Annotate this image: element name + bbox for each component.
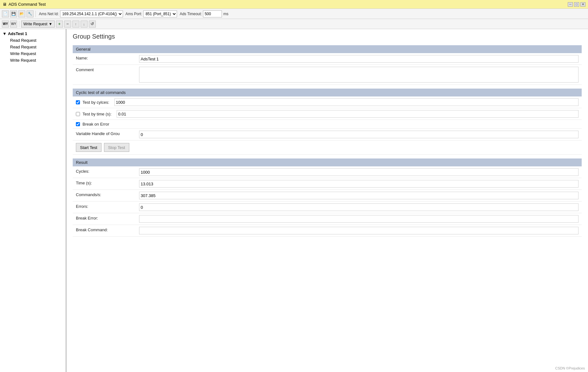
watermark: CSDN ©Prejudices	[555, 366, 585, 370]
time-result-input[interactable]	[139, 180, 579, 188]
name-label: Name:	[76, 55, 139, 60]
icon2[interactable]: WY	[10, 21, 17, 28]
secondary-toolbar: WY WY Write Request ▼ + − ↑ ↓ ↺	[0, 19, 588, 29]
add-button[interactable]: +	[56, 21, 63, 28]
general-section: General Name: Comment	[73, 45, 582, 85]
break-error-result-label: Break Error:	[76, 215, 139, 220]
main-toolbar: 📄 💾 📂 🔧 Ams Net Id: 169.254.254.142.1.1 …	[0, 9, 588, 19]
tree-item-read-request-2[interactable]: Read Request	[8, 44, 66, 50]
cycles-result-input[interactable]	[139, 168, 579, 176]
separator2	[19, 21, 19, 27]
undo-button[interactable]: ↺	[89, 21, 96, 28]
stop-test-button[interactable]: Stop Test	[104, 143, 129, 152]
errors-result-input[interactable]	[139, 203, 579, 211]
config-icon[interactable]: 🔧	[27, 10, 34, 17]
tree-item-write-request-2[interactable]: Write Request	[8, 57, 66, 64]
comment-label: Comment	[76, 67, 139, 72]
break-command-result-row: Break Command:	[73, 225, 582, 237]
main-container: ▼ AdsTest 1 Read Request Read Request Wr…	[0, 29, 588, 372]
dropdown-arrow-icon: ▼	[49, 22, 52, 26]
cycles-result-row: Cycles:	[73, 166, 582, 178]
minimize-button[interactable]: ─	[568, 2, 573, 7]
separator	[35, 11, 36, 17]
test-by-cycles-row: Test by cylces:	[73, 96, 582, 108]
break-on-error-label: Break on Error	[83, 122, 109, 127]
cycles-result-label: Cycles:	[76, 168, 139, 174]
ads-timeout-label: Ads Timeout:	[180, 12, 202, 16]
title-bar: 🖥 ADS Command Test ─ □ ✕	[0, 0, 588, 9]
test-by-time-row: Test by time (s):	[73, 108, 582, 120]
maximize-button[interactable]: □	[574, 2, 579, 7]
right-panel: Group Settings General Name: Comment Cyc…	[66, 29, 588, 372]
tree-children: Read Request Read Request Write Request …	[0, 37, 66, 64]
break-error-result-row: Break Error:	[73, 213, 582, 225]
move-down-button[interactable]: ↓	[81, 21, 88, 28]
tree-root-label: AdsTest 1	[8, 31, 27, 36]
ms-label: ms	[223, 12, 228, 16]
ads-timeout-input[interactable]	[203, 10, 222, 17]
comment-row: Comment	[73, 65, 582, 85]
variable-handle-row: Variable Handle of Grou	[73, 129, 582, 140]
name-row: Name:	[73, 53, 582, 65]
cyclic-section-header: Cyclic test of all commands	[73, 89, 582, 96]
name-input[interactable]	[139, 55, 579, 63]
result-section-header: Result	[73, 158, 582, 166]
cyclic-section: Cyclic test of all commands Test by cylc…	[73, 89, 582, 155]
errors-result-label: Errors:	[76, 203, 139, 209]
start-test-button[interactable]: Start Test	[76, 143, 101, 152]
open-icon[interactable]: 📂	[18, 10, 25, 17]
test-by-time-checkbox[interactable]	[76, 112, 80, 116]
move-up-button[interactable]: ↑	[72, 21, 79, 28]
app-icon: 🖥	[3, 2, 7, 7]
test-by-time-label: Test by time (s):	[83, 112, 112, 116]
icon1[interactable]: WY	[2, 21, 9, 28]
save-icon[interactable]: 💾	[10, 10, 17, 17]
time-result-label: Time (s):	[76, 180, 139, 185]
remove-button[interactable]: −	[64, 21, 71, 28]
tree-item-write-request-1[interactable]: Write Request	[8, 50, 66, 57]
tree-item-read-request-1[interactable]: Read Request	[8, 37, 66, 44]
break-on-error-row: Break on Error	[73, 120, 582, 129]
break-command-result-input[interactable]	[139, 227, 579, 234]
break-command-result-label: Break Command:	[76, 227, 139, 232]
new-icon[interactable]: 📄	[2, 10, 9, 17]
general-section-header: General	[73, 45, 582, 53]
app-title: ADS Command Test	[9, 2, 46, 7]
write-request-dropdown[interactable]: Write Request ▼	[21, 21, 55, 28]
test-by-cycles-checkbox[interactable]	[76, 100, 80, 104]
comment-textarea[interactable]	[139, 67, 579, 83]
commands-result-input[interactable]	[139, 192, 579, 199]
variable-handle-input[interactable]	[139, 131, 579, 138]
ams-net-id-label: Ams Net Id:	[39, 12, 59, 16]
break-on-error-checkbox[interactable]	[76, 122, 80, 126]
page-title: Group Settings	[73, 33, 582, 40]
dropdown-label: Write Request	[23, 22, 47, 26]
left-panel: ▼ AdsTest 1 Read Request Read Request Wr…	[0, 29, 66, 372]
tree-item-label: Write Request	[10, 51, 36, 56]
result-section: Result Cycles: Time (s): Commands/s: Err…	[73, 158, 582, 237]
time-result-row: Time (s):	[73, 178, 582, 190]
ams-port-label: Ams Port:	[126, 12, 142, 16]
break-error-result-input[interactable]	[139, 215, 579, 223]
tree-item-label: Read Request	[10, 45, 36, 49]
ams-net-id-select[interactable]: 169.254.254.142.1.1 (CP-4104()	[60, 10, 123, 17]
tree-root[interactable]: ▼ AdsTest 1	[0, 30, 66, 37]
test-buttons-row: Start Test Stop Test	[73, 140, 582, 155]
variable-handle-label: Variable Handle of Grou	[76, 131, 139, 136]
test-by-time-input[interactable]	[117, 110, 579, 118]
tree-item-label: Read Request	[10, 38, 36, 43]
tree-collapse-icon: ▼	[3, 31, 7, 36]
tree-item-label: Write Request	[10, 58, 36, 63]
close-button[interactable]: ✕	[580, 2, 585, 7]
test-by-cycles-label: Test by cylces:	[83, 100, 109, 105]
test-by-cycles-input[interactable]	[114, 98, 579, 106]
commands-result-label: Commands/s:	[76, 192, 139, 197]
errors-result-row: Errors:	[73, 202, 582, 213]
ams-port-select[interactable]: 851 (Port_851)	[143, 10, 177, 17]
commands-result-row: Commands/s:	[73, 190, 582, 202]
